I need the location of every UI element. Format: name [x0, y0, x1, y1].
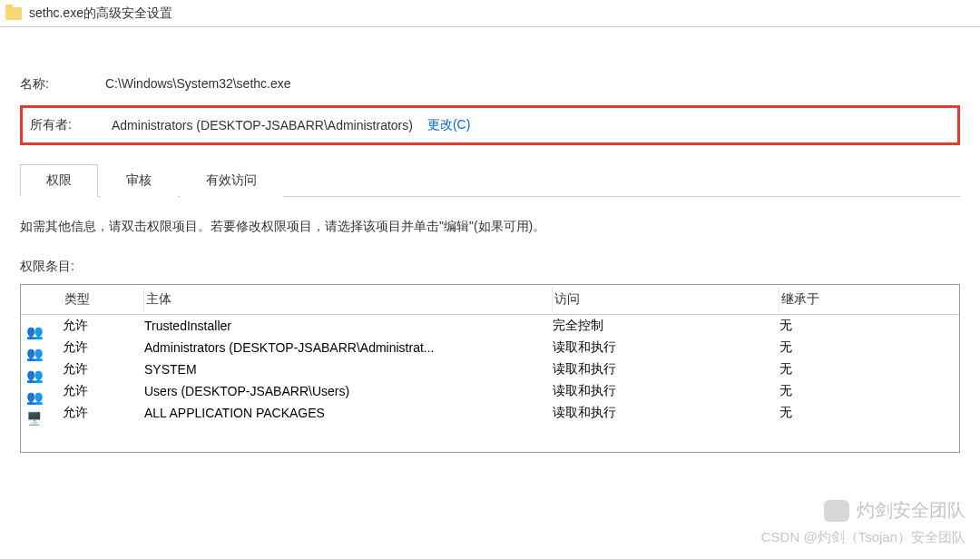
name-row: 名称: C:\Windows\System32\sethc.exe	[20, 76, 960, 93]
header-icon	[26, 296, 63, 303]
permission-entries-list[interactable]: 类型 主体 访问 继承于 允许TrustedInstaller完全控制无允许Ad…	[20, 284, 960, 453]
cell-type: 允许	[63, 339, 144, 356]
folder-icon	[5, 7, 22, 20]
cell-inherited: 无	[779, 339, 943, 356]
cell-type: 允许	[63, 383, 144, 399]
table-row[interactable]: 允许Users (DESKTOP-JSABARR\Users)读取和执行无	[21, 380, 959, 402]
cell-principal: SYSTEM	[144, 362, 553, 377]
watermark-csdn: CSDN @灼剑（Tsojan）安全团队	[761, 529, 965, 546]
cell-type: 允许	[63, 361, 144, 378]
cell-access: 读取和执行	[553, 339, 779, 356]
window-title: sethc.exe的高级安全设置	[29, 5, 172, 22]
tab-permissions[interactable]: 权限	[20, 164, 98, 197]
change-owner-link[interactable]: 更改(C)	[427, 117, 470, 133]
cell-access: 读取和执行	[553, 383, 779, 399]
tab-effective-access[interactable]: 有效访问	[180, 164, 283, 197]
cell-access: 完全控制	[553, 318, 779, 334]
tab-auditing[interactable]: 审核	[100, 164, 178, 197]
cell-inherited: 无	[779, 405, 943, 421]
cell-access: 读取和执行	[553, 405, 779, 421]
title-bar: sethc.exe的高级安全设置	[0, 0, 980, 27]
table-row[interactable]: 允许Administrators (DESKTOP-JSABARR\Admini…	[21, 337, 959, 358]
watermark-wechat: 灼剑安全团队	[824, 498, 965, 523]
name-label: 名称:	[20, 76, 102, 93]
cell-principal: Users (DESKTOP-JSABARR\Users)	[144, 384, 553, 398]
instruction-text: 如需其他信息，请双击权限项目。若要修改权限项目，请选择该项目并单击"编辑"(如果…	[20, 219, 960, 235]
cell-principal: Administrators (DESKTOP-JSABARR\Administ…	[144, 340, 553, 355]
header-access[interactable]: 访问	[553, 288, 779, 311]
header-type[interactable]: 类型	[63, 288, 144, 311]
cell-inherited: 无	[779, 383, 943, 399]
tab-strip: 权限 审核 有效访问	[20, 163, 960, 197]
cell-type: 允许	[63, 318, 144, 334]
entries-label: 权限条目:	[20, 259, 960, 275]
header-principal[interactable]: 主体	[144, 288, 553, 311]
wechat-icon	[824, 500, 849, 522]
owner-row: 所有者: Administrators (DESKTOP-JSABARR\Adm…	[20, 105, 960, 145]
cell-inherited: 无	[779, 318, 943, 334]
entries-header: 类型 主体 访问 继承于	[21, 285, 959, 315]
table-row[interactable]: 允许SYSTEM读取和执行无	[21, 358, 959, 380]
content-pane: 名称: C:\Windows\System32\sethc.exe 所有者: A…	[0, 27, 980, 462]
table-row[interactable]: 允许ALL APPLICATION PACKAGES读取和执行无	[21, 402, 959, 424]
watermark-line1: 灼剑安全团队	[857, 498, 965, 523]
cell-access: 读取和执行	[553, 361, 779, 378]
table-row[interactable]: 允许TrustedInstaller完全控制无	[21, 315, 959, 337]
name-value: C:\Windows\System32\sethc.exe	[105, 76, 291, 91]
cell-inherited: 无	[779, 361, 943, 378]
cell-principal: ALL APPLICATION PACKAGES	[144, 406, 553, 420]
owner-label: 所有者:	[30, 117, 112, 133]
owner-value: Administrators (DESKTOP-JSABARR\Administ…	[112, 118, 413, 132]
cell-type: 允许	[63, 405, 144, 421]
cell-principal: TrustedInstaller	[144, 319, 553, 333]
header-inherited[interactable]: 继承于	[779, 288, 943, 311]
